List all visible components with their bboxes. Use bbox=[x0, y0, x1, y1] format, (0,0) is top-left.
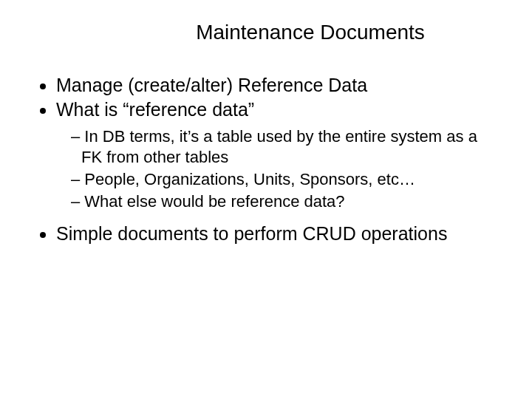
bullet-item: Simple documents to perform CRUD operati… bbox=[56, 222, 497, 245]
bullet-text: What is “reference data” bbox=[56, 99, 254, 120]
sub-bullet-item: What else would be reference data? bbox=[71, 191, 497, 212]
sub-bullet-list: In DB terms, it’s a table used by the en… bbox=[56, 126, 497, 213]
slide-title: Maintenance Documents bbox=[35, 21, 497, 44]
bullet-list: Manage (create/alter) Reference Data Wha… bbox=[35, 74, 497, 245]
slide: Maintenance Documents Manage (create/alt… bbox=[0, 0, 532, 399]
bullet-item: What is “reference data” In DB terms, it… bbox=[56, 98, 497, 212]
sub-bullet-item: In DB terms, it’s a table used by the en… bbox=[71, 126, 497, 168]
bullet-item: Manage (create/alter) Reference Data bbox=[56, 74, 497, 97]
sub-bullet-item: People, Organizations, Units, Sponsors, … bbox=[71, 169, 497, 190]
